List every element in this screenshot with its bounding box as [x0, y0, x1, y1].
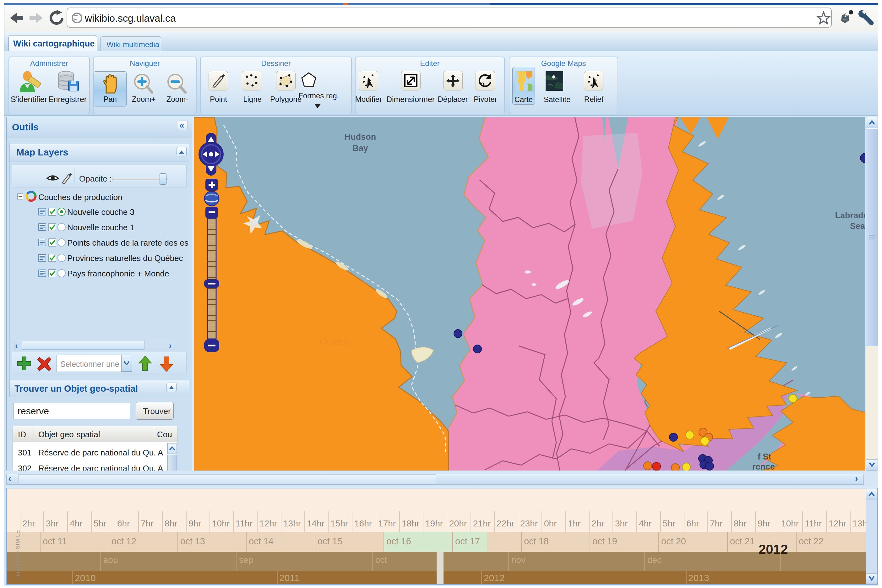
svg-text:f St: f St: [758, 452, 771, 461]
svg-text:rence: rence: [752, 462, 775, 471]
svg-text:Bay: Bay: [352, 144, 368, 153]
svg-text:Timeline © SIMILE: Timeline © SIMILE: [15, 530, 21, 579]
svg-text:Labrador: Labrador: [835, 211, 865, 220]
svg-text:Hudson: Hudson: [345, 132, 376, 142]
svg-text:Sea: Sea: [850, 222, 865, 231]
svg-text:Ontario: Ontario: [320, 336, 350, 346]
